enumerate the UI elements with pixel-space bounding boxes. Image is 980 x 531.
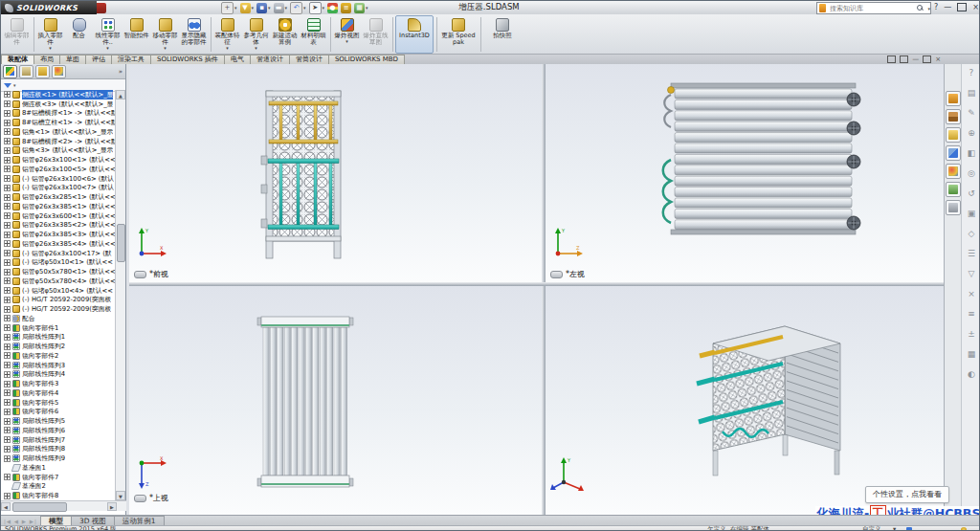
expand-icon[interactable]: [4, 362, 11, 368]
solidworks-resources-tab[interactable]: [946, 91, 961, 106]
dropdown-icon[interactable]: ▾: [226, 46, 229, 51]
expand-icon[interactable]: [4, 91, 11, 98]
tree-item[interactable]: 配合: [1, 314, 117, 323]
status-quick-tip-icon[interactable]: [961, 527, 967, 531]
tree-item[interactable]: (-) 铝管φ26x3x100<17> (默: [1, 249, 117, 258]
assembly-features-button[interactable]: 装配体特征▾: [213, 15, 241, 54]
doc-window-button[interactable]: [900, 55, 908, 63]
search-input[interactable]: [828, 4, 917, 13]
tree-item[interactable]: 8#铝槽横撑<2> -> (默认<<默: [1, 137, 117, 146]
expand-icon[interactable]: [4, 399, 11, 406]
tree-item[interactable]: 局部线性阵列8: [1, 445, 117, 454]
tree-item[interactable]: (-) HG/T 20592-2009(突面板: [1, 304, 117, 314]
right-toolbar-icon-3[interactable]: ✎: [968, 108, 975, 118]
panel-overflow-icon[interactable]: »: [119, 68, 122, 76]
tab-configuration-manager[interactable]: [35, 65, 50, 78]
tree-item[interactable]: 铝管φ26x3x285<1> (默认<<: [1, 192, 117, 202]
doc-restore-button[interactable]: [923, 55, 931, 63]
move-component-button[interactable]: 移动零部件▾: [151, 15, 179, 54]
tree-item[interactable]: 铝角<1> (默认<<默认>_显示: [1, 127, 117, 137]
instant3d-button[interactable]: Instant3D: [395, 15, 434, 54]
tree-item[interactable]: 镜向零部件1: [1, 323, 117, 333]
tree-item[interactable]: 铝管φ26x3x100<5> (默认<<: [1, 165, 117, 174]
filter-dropdown-icon[interactable]: ▾: [13, 82, 16, 88]
dropdown-icon[interactable]: ▾: [285, 5, 288, 11]
mate-button[interactable]: 配合: [65, 15, 93, 54]
expand-icon[interactable]: [4, 371, 11, 378]
command-tab-5[interactable]: 渲染工具: [111, 55, 151, 64]
doc-window-button[interactable]: [887, 55, 896, 63]
command-tab-8[interactable]: 管道设计: [250, 55, 290, 64]
reference-geometry-button[interactable]: 参考几何体▾: [242, 15, 270, 54]
expand-icon[interactable]: [4, 352, 11, 359]
right-toolbar-icon-6[interactable]: ◎: [968, 168, 975, 178]
command-tab-2[interactable]: 布局: [33, 55, 60, 64]
expand-icon[interactable]: [4, 194, 11, 201]
right-toolbar-icon-11[interactable]: ▽: [969, 269, 975, 278]
tree-item[interactable]: 局部线性阵列1: [1, 333, 117, 343]
expand-icon[interactable]: [4, 203, 11, 210]
right-toolbar-icon-1[interactable]: ?: [969, 68, 974, 77]
tree-item[interactable]: (-) 铝堵φ50x10<4> (默认<<: [1, 286, 117, 296]
expand-icon[interactable]: [4, 436, 11, 443]
exploded-view-button[interactable]: 爆炸视图▾: [333, 15, 361, 54]
tree-item[interactable]: 侧连板<3> (默认<<默认>_显: [1, 100, 117, 109]
tree-item[interactable]: 基准面2: [1, 482, 117, 492]
expand-icon[interactable]: [4, 324, 11, 331]
tree-item[interactable]: 侧连板<1> (默认<<默认>_显: [1, 90, 117, 100]
help-button[interactable]: ?: [934, 2, 938, 12]
expand-icon[interactable]: [4, 250, 11, 256]
tree-item[interactable]: 铝管φ26x3x600<1> (默认<<: [1, 211, 117, 221]
file-explorer-tab[interactable]: [946, 127, 961, 143]
scroll-left-icon[interactable]: ◀: [1, 502, 11, 511]
right-toolbar-icon-9[interactable]: ◇: [969, 229, 975, 238]
right-toolbar-icon-8[interactable]: ▣: [968, 209, 976, 218]
dropdown-icon[interactable]: ▾: [323, 5, 325, 11]
expand-icon[interactable]: [4, 474, 11, 480]
right-toolbar-icon-12[interactable]: ×: [968, 289, 975, 299]
viewport-splitter-vertical[interactable]: [542, 64, 546, 515]
dropdown-icon[interactable]: ▾: [164, 46, 167, 51]
expand-icon[interactable]: [4, 409, 11, 415]
tree-item[interactable]: 镜向零部件4: [1, 388, 117, 398]
snapshot-button[interactable]: 拍快照: [483, 15, 522, 54]
tree-item[interactable]: (-) 铝堵φ50x10<1> (默认<<: [1, 258, 117, 268]
status-tag-icon[interactable]: [906, 527, 912, 531]
search-icon[interactable]: [917, 5, 924, 11]
appearances-tab[interactable]: [946, 164, 961, 179]
bom-button[interactable]: 材料明细表: [300, 15, 327, 54]
open-file-button[interactable]: ▼▾: [240, 2, 255, 13]
undo-button[interactable]: ↶▾: [290, 2, 306, 13]
viewport-isometric-view[interactable]: Y: [546, 286, 944, 515]
expand-icon[interactable]: [4, 259, 11, 266]
tree-item[interactable]: 铝管φ26x3x385<1> (默认<<: [1, 202, 117, 211]
scroll-up-icon[interactable]: ▲: [116, 90, 125, 100]
viewport-left-view[interactable]: Y Z *左视: [546, 64, 944, 282]
tree-item[interactable]: 镜向零部件7: [1, 473, 117, 482]
expand-icon[interactable]: [4, 389, 11, 396]
custom-properties-tab[interactable]: [946, 200, 961, 215]
linear-pattern-button[interactable]: 线性零部件..▾: [94, 15, 122, 54]
search-dropdown-icon[interactable]: ▾: [927, 6, 930, 11]
expand-icon[interactable]: [4, 343, 11, 350]
tree-item[interactable]: 铝角<3> (默认<<默认>_显示: [1, 146, 117, 156]
design-library-tab[interactable]: [946, 109, 961, 124]
right-toolbar-icon-7[interactable]: ↺: [968, 188, 975, 198]
viewport-splitter-horizontal[interactable]: [129, 282, 944, 286]
expand-icon[interactable]: [4, 315, 11, 321]
tree-item[interactable]: 铝管φ26x3x100<1> (默认<<: [1, 155, 117, 165]
expand-icon[interactable]: [4, 381, 11, 387]
command-tab-4[interactable]: 评估: [85, 55, 112, 64]
dropdown-icon[interactable]: ▾: [106, 46, 109, 51]
expand-icon[interactable]: [4, 110, 11, 117]
command-tab-9[interactable]: 管筒设计: [289, 55, 329, 64]
speedpak-button[interactable]: 更新 Speedpak: [439, 15, 478, 54]
explode-sketch-button[interactable]: 爆炸直线草图: [362, 15, 390, 54]
expand-icon[interactable]: [4, 427, 11, 433]
tree-item[interactable]: 8#铝槽横撑<1> -> (默认<<默: [1, 109, 117, 119]
tree-item[interactable]: (-) 铝管φ26x3x100<6> (默认: [1, 174, 117, 184]
scroll-down-icon[interactable]: ▼: [116, 491, 125, 500]
expand-icon[interactable]: [4, 269, 11, 276]
rebuild-button[interactable]: ●: [327, 2, 338, 13]
tree-item[interactable]: 镜向零部件6: [1, 408, 117, 417]
